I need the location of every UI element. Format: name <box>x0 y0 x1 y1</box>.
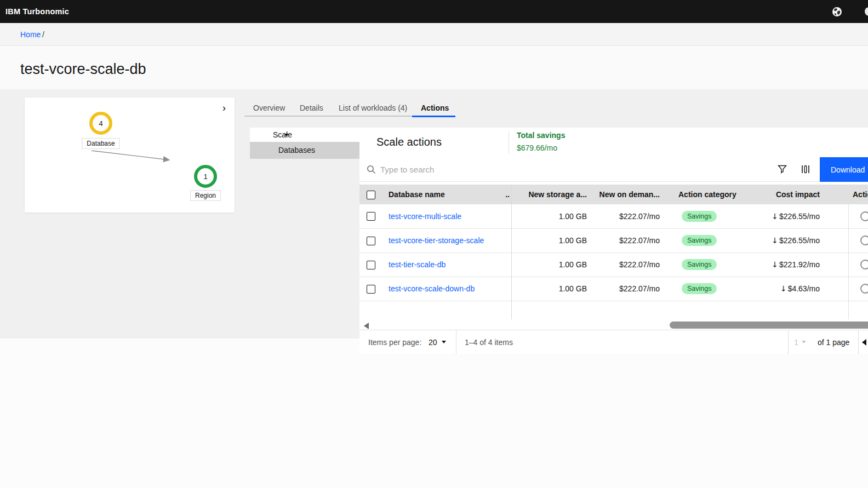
subnav-group-scale[interactable]: Scale <box>250 128 359 142</box>
active-tab-indicator <box>412 116 455 117</box>
search-icon <box>367 165 376 174</box>
top-header-bar: IBM Turbonomic <box>0 0 868 23</box>
action-circle-icon[interactable] <box>860 260 868 269</box>
new-storage-cell: 1.00 GB <box>511 252 593 277</box>
cost-down-arrow-icon: ↓ <box>772 260 778 269</box>
tab-overview[interactable]: Overview <box>253 104 285 112</box>
page-number-select[interactable]: 1 <box>794 338 798 347</box>
col-new-storage[interactable]: New storage a... <box>511 185 593 204</box>
brand-prefix: IBM <box>5 7 20 16</box>
database-node-count: 4 <box>99 119 102 128</box>
globe-icon[interactable] <box>832 7 842 17</box>
table-header-row: Database name .. New storage a... New on… <box>359 185 868 204</box>
total-savings-label: Total savings <box>517 131 565 140</box>
tab-details[interactable]: Details <box>300 104 323 112</box>
brand-name: Turbonomic <box>22 7 69 16</box>
breadcrumb-separator: / <box>42 30 44 39</box>
cost-down-arrow-icon: ↓ <box>772 212 778 221</box>
caret-down-icon <box>284 134 289 136</box>
col-action[interactable]: Action <box>848 185 868 204</box>
savings-badge: Savings <box>682 235 717 246</box>
title-bar: test-vcore-scale-db <box>0 47 868 89</box>
action-circle-icon[interactable] <box>860 284 868 294</box>
new-storage-cell: 1.00 GB <box>511 277 593 301</box>
new-storage-cell: 1.00 GB <box>511 228 593 252</box>
database-node-label: Database <box>82 138 119 149</box>
content-background-lower <box>0 338 868 488</box>
col-truncated[interactable]: .. <box>499 185 511 204</box>
horizontal-scrollbar-thumb[interactable] <box>670 321 868 329</box>
items-range-text: 1–4 of 4 items <box>465 338 513 347</box>
row-checkbox[interactable] <box>367 261 375 269</box>
database-node[interactable]: 4 <box>89 112 112 135</box>
previous-page-chevron-icon[interactable] <box>862 339 866 346</box>
row-checkbox[interactable] <box>367 285 375 294</box>
table-row: test-vcore-multi-scale 1.00 GB $222.07/m… <box>359 204 868 228</box>
cost-impact-value: $221.92/mo <box>779 260 820 269</box>
col-cost-impact[interactable]: Cost impact <box>737 185 848 204</box>
action-circle-icon[interactable] <box>860 236 868 245</box>
total-savings-value: $679.66/mo <box>517 143 557 152</box>
action-column-divider <box>848 185 849 319</box>
items-per-page-label: Items per page: <box>368 338 421 347</box>
region-node-count: 1 <box>203 173 207 181</box>
select-all-checkbox[interactable] <box>367 191 375 199</box>
row-checkbox[interactable] <box>367 237 375 245</box>
items-per-page-select[interactable]: 20 <box>429 338 437 347</box>
scale-actions-table: Database name .. New storage a... New on… <box>359 185 868 301</box>
partial-avatar-icon[interactable] <box>865 7 868 16</box>
filter-funnel-icon <box>778 165 787 174</box>
region-node-label: Region <box>190 190 221 201</box>
new-on-demand-cell: $222.07/mo <box>593 252 667 277</box>
tab-list-of-workloads[interactable]: List of workloads (4) <box>339 104 407 112</box>
breadcrumb: Home / <box>0 23 868 46</box>
region-node[interactable]: 1 <box>194 165 217 188</box>
col-action-category[interactable]: Action category <box>667 185 737 204</box>
tab-underline-track <box>244 116 412 117</box>
scroll-left-arrow[interactable] <box>364 323 369 329</box>
frozen-column-divider <box>511 185 512 319</box>
database-name-link[interactable]: test-tier-scale-db <box>389 260 446 269</box>
search-input[interactable] <box>380 160 764 179</box>
expand-panel-chevron-icon[interactable]: › <box>222 102 226 114</box>
page-title: test-vcore-scale-db <box>20 61 146 78</box>
column-settings-icon <box>801 165 810 174</box>
page-number-caret-icon[interactable] <box>802 341 806 343</box>
column-settings-button[interactable] <box>793 157 818 181</box>
app-root: IBM Turbonomic Home / test-vcore-scale-d… <box>0 0 868 488</box>
action-circle-icon[interactable] <box>860 211 868 221</box>
table-toolbar: Download <box>359 157 868 182</box>
panel-title: Scale actions <box>376 136 442 148</box>
pager-divider <box>788 330 789 354</box>
database-name-link[interactable]: test-vcore-multi-scale <box>389 212 461 221</box>
new-on-demand-cell: $222.07/mo <box>593 228 667 252</box>
filter-button[interactable] <box>770 157 794 181</box>
items-per-page-caret-icon[interactable] <box>442 341 446 343</box>
subnav-item-databases[interactable]: Databases <box>250 142 359 159</box>
database-name-link[interactable]: test-vcore-tier-storage-scale <box>389 236 484 245</box>
savings-badge: Savings <box>682 283 717 294</box>
scale-actions-panel: Scale actions Total savings $679.66/mo <box>359 128 868 354</box>
pager-divider <box>858 330 859 354</box>
col-new-on-demand[interactable]: New on deman... <box>593 185 667 204</box>
cost-impact-value: $226.55/mo <box>779 212 820 221</box>
col-database-name[interactable]: Database name <box>384 185 499 204</box>
breadcrumb-home-link[interactable]: Home <box>20 30 41 39</box>
cost-impact-value: $226.55/mo <box>779 236 820 245</box>
savings-badge: Savings <box>682 259 717 270</box>
new-storage-cell: 1.00 GB <box>511 204 593 228</box>
download-button[interactable]: Download <box>820 157 868 182</box>
tab-actions[interactable]: Actions <box>421 104 449 112</box>
database-name-link[interactable]: test-vcore-scale-down-db <box>389 284 475 293</box>
brand-logo[interactable]: IBM Turbonomic <box>5 0 69 23</box>
table-row: test-tier-scale-db 1.00 GB $222.07/mo Sa… <box>359 252 868 277</box>
row-checkbox[interactable] <box>367 212 375 221</box>
new-on-demand-cell: $222.07/mo <box>593 277 667 301</box>
pagination-bar: Items per page: 20 1–4 of 4 items 1 of 1… <box>359 330 868 354</box>
page-count-text: of 1 page <box>818 338 849 347</box>
actions-subnav: Scale Databases <box>250 128 359 159</box>
topology-card: › 4 Database 1 Region <box>25 97 235 213</box>
cost-down-arrow-icon: ↓ <box>780 284 787 293</box>
cost-down-arrow-icon: ↓ <box>772 236 778 245</box>
pager-divider <box>456 330 456 354</box>
